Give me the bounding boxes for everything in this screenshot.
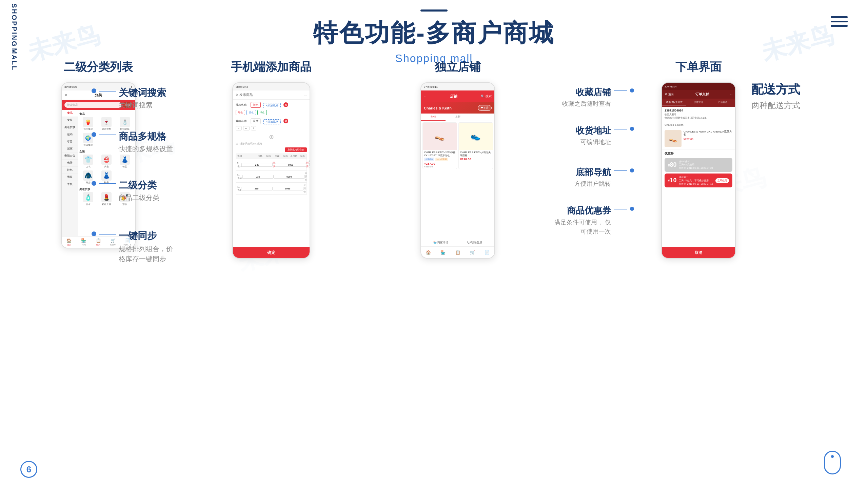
tag-s[interactable]: s (236, 126, 242, 130)
store-nav-home[interactable]: 🏠 (421, 250, 436, 255)
order-header: ✕ 返回 订单支付 ··· (662, 90, 735, 99)
sr3-stock[interactable] (272, 187, 303, 190)
store-nav-cat[interactable]: 📋 (450, 250, 465, 255)
tag-m[interactable]: m (243, 126, 250, 130)
spec-row-2: 红色.m 会员价 (236, 171, 307, 183)
nav-home[interactable]: 🏠首页 (62, 238, 76, 246)
ann-desc-address: 可编辑地址 (576, 138, 611, 146)
th-member: 会员价 (288, 155, 299, 158)
sidebar-women[interactable]: 女装 (62, 117, 78, 124)
coupon-condition-1: ①满600元使用 (679, 163, 727, 166)
ann-title-spec: 商品多规格 (119, 130, 173, 143)
nav-shop[interactable]: 🏪商城 (76, 238, 91, 246)
confirm-button[interactable]: 确定 (233, 247, 310, 258)
page-num-text: 6 (26, 464, 31, 475)
add-spec-size[interactable]: +添加规格 (263, 118, 281, 124)
store-name-banner: Charles & Keith (424, 106, 452, 110)
coupon-date-2: 有效期: 2019-06-10--2020-07-19 (679, 182, 713, 186)
sr1-price[interactable] (241, 163, 273, 167)
store-header: ··· 店铺 🔍 搜索 (421, 90, 494, 102)
contact-service-btn[interactable]: 💬 联系客服 (467, 241, 482, 244)
tag-red[interactable]: 红色 (236, 110, 245, 115)
store-tab-new[interactable]: 上新 (446, 114, 470, 121)
order-store-name: Charles & Keith (665, 123, 684, 126)
follow-button[interactable]: ❤关注 (478, 105, 492, 111)
order-back[interactable]: ✕ 返回 (665, 92, 674, 97)
sidebar-computer[interactable]: 电脑办公 (62, 152, 78, 160)
sidebar-phone[interactable]: 手机 (62, 181, 78, 188)
ann-search: 关键词搜索 关键词搜索 (92, 86, 180, 110)
sr1-stock[interactable] (275, 163, 306, 167)
ann-desc-coupon: 满足条件可使用， 仅可使用一次 (553, 218, 611, 236)
order-delivery-tabs: 请选择配送方式 快递寄送 门店自提 (662, 99, 735, 107)
store-search-icon[interactable]: 🔍 搜索 (481, 94, 492, 99)
store-detail-btn[interactable]: 🏪 商家详情 (433, 241, 448, 244)
ann-text-coupon: 商品优惠券 满足条件可使用， 仅可使用一次 (553, 205, 611, 236)
publish-dots[interactable]: ··· (304, 93, 307, 97)
scroll-icon (824, 451, 841, 474)
store-nav-shop[interactable]: 🏪 (436, 250, 450, 255)
product-card-2[interactable]: 👟 CHARLES & KEITH女鞋方头平跟鞋 ¥198.00 (458, 122, 493, 169)
order-tab-delivery2[interactable]: 快递寄送 (686, 100, 711, 105)
store-tab-hot[interactable]: 热销 (421, 114, 446, 121)
phone-status-mid: 38%●9:42 (233, 83, 310, 90)
sidebar-food[interactable]: 食品 (62, 110, 78, 117)
delete-size-btn[interactable]: ✕ (283, 119, 288, 123)
order-item-price: ¥237.00 (684, 138, 732, 141)
ann-title-sync: 一键同步 (119, 229, 180, 242)
ann-bottomnav: 底部导航 方便用户跳转 (553, 166, 634, 188)
tag-green[interactable]: 绿色 (257, 110, 267, 115)
product-old-price-1: ¥339.00 (424, 165, 455, 168)
sr2-price[interactable] (242, 175, 274, 179)
store-nav-cart[interactable]: 🛒 (465, 250, 480, 255)
delete-color-btn[interactable]: ✕ (283, 102, 288, 107)
th-sync1: 同步 (265, 155, 271, 158)
store-banner: Charles & Keith ❤关注 (421, 102, 494, 114)
sidebar-maternity[interactable]: 母婴 (62, 138, 78, 145)
sidebar-beauty[interactable]: 美妆护肤 (62, 124, 78, 131)
ann-text-address: 收货地址 可编辑地址 (576, 125, 611, 146)
sr2-stock[interactable] (274, 175, 305, 179)
coupon-card-2[interactable]: ¥10 满百减十 ①满100达到，不可叠加使用 有效期: 2019-06-10-… (665, 174, 732, 187)
sidebar-home[interactable]: 居家 (62, 145, 78, 152)
order-tab-pickup[interactable]: 门店自提 (711, 100, 735, 105)
order-dots[interactable]: ··· (730, 93, 732, 96)
sidebar-men[interactable]: 男装 (62, 174, 78, 181)
add-spec-color[interactable]: +添加规格 (263, 102, 281, 108)
publish-close[interactable]: ✕ 发布商品 (236, 93, 253, 97)
store-nav-order[interactable]: 📄 (480, 250, 494, 255)
tag-blue[interactable]: 蓝色 (246, 110, 256, 115)
menu-icon[interactable] (831, 14, 848, 29)
order-tab-delivery[interactable]: 请选择配送方式 (662, 100, 686, 105)
product-img-2: 👟 (459, 123, 493, 150)
cancel-button[interactable]: 取消 (662, 247, 735, 258)
ann-desc-subcat: 商品二级分类 (119, 193, 159, 202)
order-item-detail: 👡 CHARLES & KEITH CK1-70360127流苏方包 ¥237.… (662, 128, 735, 149)
sr3-price[interactable] (241, 187, 272, 190)
coupon-section: 优惠券 ¥80 满600减80 ①满600元使用 有效期: 2019-06-08… (662, 149, 735, 191)
ann-desc-search: 关键词搜索 (119, 101, 166, 110)
th-spec: 规格 (237, 155, 254, 158)
logo-shopping: SHOPPING (10, 3, 18, 47)
sidebar-sports[interactable]: 运动 (62, 131, 78, 138)
coupon-use-button[interactable]: 立即使用 (715, 178, 729, 183)
size-label-tag: 尺寸 (251, 118, 261, 124)
product-card-1[interactable]: 👡 CHARLES & KEITH2019凉鞋CK1-70360127流苏方包 … (422, 122, 457, 169)
sync-table-btn[interactable]: 刷新规格组合表 (285, 147, 307, 152)
sr2-member: 会员价 (305, 171, 307, 182)
add-spec-color-btn[interactable]: +添加规格 (263, 103, 281, 108)
sidebar-appliance[interactable]: 电器 (62, 160, 78, 167)
ann-desc-bottomnav: 方便用户跳转 (574, 180, 611, 188)
store-header-back[interactable]: ··· (424, 95, 427, 98)
color-label: 规格名称: (236, 103, 249, 107)
tag-l[interactable]: l (251, 126, 256, 130)
coupon-title-2: 满百减十 (679, 176, 713, 179)
product-info-1: CHARLES & KEITH2019凉鞋CK1-70360127流苏方包 全场… (423, 150, 457, 169)
sr1-sync1[interactable]: 同步 (273, 161, 275, 168)
add-circle-icon[interactable]: ⊕ (269, 133, 274, 141)
ann-title-collect: 收藏店铺 (562, 86, 611, 98)
coupon-date-1: 有效期: 2019-06-08--2020-07-26 (679, 166, 727, 170)
sr2-spec: 红色.m (237, 173, 242, 180)
add-spec-size-btn[interactable]: +添加规格 (263, 119, 281, 124)
sidebar-shoes[interactable]: 鞋包 (62, 167, 78, 174)
